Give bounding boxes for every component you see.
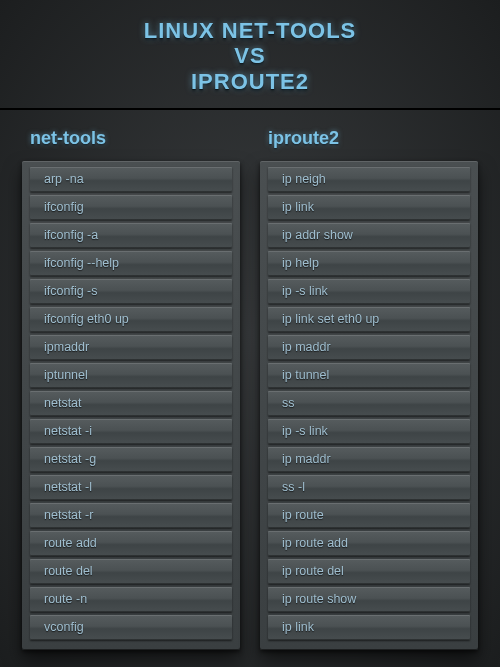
list-item: ip link	[268, 615, 470, 640]
list-item: ip route add	[268, 531, 470, 556]
list-item: ifconfig eth0 up	[30, 307, 232, 332]
list-item: ip route	[268, 503, 470, 528]
columns-container: net-tools arp -na ifconfig ifconfig -a i…	[0, 128, 500, 667]
panel-iproute2: ip neigh ip link ip addr show ip help ip…	[260, 161, 478, 650]
list-item: ss	[268, 391, 470, 416]
list-item: netstat -r	[30, 503, 232, 528]
list-item: ip -s link	[268, 419, 470, 444]
title-line-2: VS	[0, 43, 500, 68]
list-item: ip tunnel	[268, 363, 470, 388]
list-item: arp -na	[30, 167, 232, 192]
list-item: ifconfig -s	[30, 279, 232, 304]
list-item: ip maddr	[268, 335, 470, 360]
list-item: netstat -l	[30, 475, 232, 500]
divider-bar	[0, 108, 500, 110]
column-header-iproute2: iproute2	[268, 128, 478, 149]
list-item: ip link	[268, 195, 470, 220]
list-item: ss -l	[268, 475, 470, 500]
title-line-3: IPROUTE2	[0, 69, 500, 94]
panel-net-tools: arp -na ifconfig ifconfig -a ifconfig --…	[22, 161, 240, 650]
list-item: ipmaddr	[30, 335, 232, 360]
list-item: ip maddr	[268, 447, 470, 472]
list-item: ip neigh	[268, 167, 470, 192]
list-item: ifconfig	[30, 195, 232, 220]
list-item: ip addr show	[268, 223, 470, 248]
list-item: route add	[30, 531, 232, 556]
title-line-1: LINUX NET-TOOLS	[0, 18, 500, 43]
list-item: ifconfig -a	[30, 223, 232, 248]
list-item: route -n	[30, 587, 232, 612]
column-net-tools: net-tools arp -na ifconfig ifconfig -a i…	[22, 128, 240, 650]
list-item: netstat	[30, 391, 232, 416]
page: LINUX NET-TOOLS VS IPROUTE2 net-tools ar…	[0, 0, 500, 667]
list-item: ip help	[268, 251, 470, 276]
column-header-net-tools: net-tools	[30, 128, 240, 149]
list-item: iptunnel	[30, 363, 232, 388]
list-item: ip -s link	[268, 279, 470, 304]
list-item: route del	[30, 559, 232, 584]
column-iproute2: iproute2 ip neigh ip link ip addr show i…	[260, 128, 478, 650]
list-item: vconfig	[30, 615, 232, 640]
list-item: ip link set eth0 up	[268, 307, 470, 332]
list-item: ifconfig --help	[30, 251, 232, 276]
list-item: netstat -i	[30, 419, 232, 444]
list-item: ip route del	[268, 559, 470, 584]
list-item: ip route show	[268, 587, 470, 612]
list-item: netstat -g	[30, 447, 232, 472]
title-block: LINUX NET-TOOLS VS IPROUTE2	[0, 18, 500, 94]
